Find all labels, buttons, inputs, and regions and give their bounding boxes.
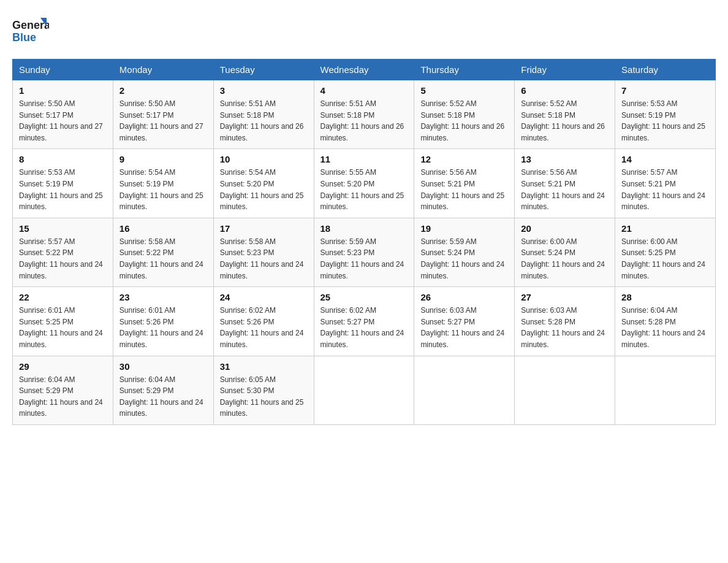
day-info: Sunrise: 5:53 AMSunset: 5:19 PMDaylight:… xyxy=(621,99,705,142)
calendar-day-cell: 27 Sunrise: 6:03 AMSunset: 5:28 PMDaylig… xyxy=(515,287,615,356)
calendar-day-cell: 30 Sunrise: 6:04 AMSunset: 5:29 PMDaylig… xyxy=(113,356,213,424)
day-number: 28 xyxy=(621,292,709,302)
day-number: 1 xyxy=(19,85,107,96)
calendar-day-cell: 21 Sunrise: 6:00 AMSunset: 5:25 PMDaylig… xyxy=(615,218,716,286)
svg-text:Blue: Blue xyxy=(12,31,36,44)
calendar-day-header-tuesday: Tuesday xyxy=(213,59,314,80)
calendar-week-row: 1 Sunrise: 5:50 AMSunset: 5:17 PMDayligh… xyxy=(13,80,716,149)
calendar-day-header-sunday: Sunday xyxy=(13,59,113,80)
day-info: Sunrise: 6:00 AMSunset: 5:24 PMDaylight:… xyxy=(521,237,605,280)
day-info: Sunrise: 5:53 AMSunset: 5:19 PMDaylight:… xyxy=(19,168,103,211)
day-number: 25 xyxy=(320,292,408,302)
day-info: Sunrise: 6:01 AMSunset: 5:25 PMDaylight:… xyxy=(19,306,103,349)
calendar-day-cell: 25 Sunrise: 6:02 AMSunset: 5:27 PMDaylig… xyxy=(314,287,414,356)
calendar-day-cell: 20 Sunrise: 6:00 AMSunset: 5:24 PMDaylig… xyxy=(515,218,615,286)
calendar-day-header-thursday: Thursday xyxy=(414,59,515,80)
calendar-week-row: 8 Sunrise: 5:53 AMSunset: 5:19 PMDayligh… xyxy=(13,149,716,218)
day-info: Sunrise: 6:02 AMSunset: 5:26 PMDaylight:… xyxy=(220,306,304,349)
day-number: 22 xyxy=(19,292,107,302)
day-number: 23 xyxy=(119,292,207,302)
day-info: Sunrise: 5:55 AMSunset: 5:20 PMDaylight:… xyxy=(320,168,404,211)
day-info: Sunrise: 5:58 AMSunset: 5:23 PMDaylight:… xyxy=(220,237,304,280)
calendar-day-cell: 16 Sunrise: 5:58 AMSunset: 5:22 PMDaylig… xyxy=(113,218,213,286)
day-number: 8 xyxy=(19,154,107,164)
calendar-week-row: 15 Sunrise: 5:57 AMSunset: 5:22 PMDaylig… xyxy=(13,218,716,286)
day-number: 2 xyxy=(119,85,207,96)
day-info: Sunrise: 6:03 AMSunset: 5:28 PMDaylight:… xyxy=(521,306,605,349)
day-info: Sunrise: 5:58 AMSunset: 5:22 PMDaylight:… xyxy=(119,237,203,280)
calendar-day-header-monday: Monday xyxy=(113,59,213,80)
day-info: Sunrise: 6:04 AMSunset: 5:29 PMDaylight:… xyxy=(119,375,203,418)
calendar-day-cell xyxy=(615,356,716,424)
day-number: 6 xyxy=(521,85,609,96)
calendar-day-header-wednesday: Wednesday xyxy=(314,59,414,80)
calendar-day-cell xyxy=(515,356,615,424)
calendar-day-cell: 28 Sunrise: 6:04 AMSunset: 5:28 PMDaylig… xyxy=(615,287,716,356)
calendar-day-header-saturday: Saturday xyxy=(615,59,716,80)
calendar-day-cell: 12 Sunrise: 5:56 AMSunset: 5:21 PMDaylig… xyxy=(414,149,515,218)
day-info: Sunrise: 5:54 AMSunset: 5:20 PMDaylight:… xyxy=(220,168,304,211)
day-number: 10 xyxy=(220,154,308,164)
day-info: Sunrise: 5:50 AMSunset: 5:17 PMDaylight:… xyxy=(119,99,203,142)
calendar-day-cell: 13 Sunrise: 5:56 AMSunset: 5:21 PMDaylig… xyxy=(515,149,615,218)
day-info: Sunrise: 6:05 AMSunset: 5:30 PMDaylight:… xyxy=(220,375,304,418)
day-number: 11 xyxy=(320,154,408,164)
calendar-day-cell: 18 Sunrise: 5:59 AMSunset: 5:23 PMDaylig… xyxy=(314,218,414,286)
day-number: 19 xyxy=(420,223,508,234)
day-number: 14 xyxy=(621,154,709,164)
day-info: Sunrise: 6:04 AMSunset: 5:28 PMDaylight:… xyxy=(621,306,705,349)
day-info: Sunrise: 5:56 AMSunset: 5:21 PMDaylight:… xyxy=(521,168,605,211)
calendar-day-cell: 23 Sunrise: 6:01 AMSunset: 5:26 PMDaylig… xyxy=(113,287,213,356)
day-info: Sunrise: 5:57 AMSunset: 5:22 PMDaylight:… xyxy=(19,237,103,280)
day-info: Sunrise: 5:51 AMSunset: 5:18 PMDaylight:… xyxy=(220,99,304,142)
calendar-day-cell: 1 Sunrise: 5:50 AMSunset: 5:17 PMDayligh… xyxy=(13,80,113,149)
day-number: 20 xyxy=(521,223,609,234)
calendar-day-cell: 15 Sunrise: 5:57 AMSunset: 5:22 PMDaylig… xyxy=(13,218,113,286)
calendar-day-cell: 7 Sunrise: 5:53 AMSunset: 5:19 PMDayligh… xyxy=(615,80,716,149)
day-info: Sunrise: 6:04 AMSunset: 5:29 PMDaylight:… xyxy=(19,375,103,418)
day-number: 17 xyxy=(220,223,308,234)
page-header: General Blue xyxy=(12,12,716,49)
day-number: 29 xyxy=(19,361,107,372)
calendar-week-row: 29 Sunrise: 6:04 AMSunset: 5:29 PMDaylig… xyxy=(13,356,716,424)
day-info: Sunrise: 6:00 AMSunset: 5:25 PMDaylight:… xyxy=(621,237,705,280)
calendar-day-cell: 4 Sunrise: 5:51 AMSunset: 5:18 PMDayligh… xyxy=(314,80,414,149)
day-info: Sunrise: 5:59 AMSunset: 5:23 PMDaylight:… xyxy=(320,237,404,280)
calendar-day-cell: 26 Sunrise: 6:03 AMSunset: 5:27 PMDaylig… xyxy=(414,287,515,356)
calendar-day-cell: 19 Sunrise: 5:59 AMSunset: 5:24 PMDaylig… xyxy=(414,218,515,286)
calendar-day-cell: 14 Sunrise: 5:57 AMSunset: 5:21 PMDaylig… xyxy=(615,149,716,218)
logo-icon: General Blue xyxy=(12,12,49,49)
calendar-day-cell: 24 Sunrise: 6:02 AMSunset: 5:26 PMDaylig… xyxy=(213,287,314,356)
day-number: 31 xyxy=(220,361,308,372)
day-number: 13 xyxy=(521,154,609,164)
calendar-day-cell: 3 Sunrise: 5:51 AMSunset: 5:18 PMDayligh… xyxy=(213,80,314,149)
calendar-day-cell: 2 Sunrise: 5:50 AMSunset: 5:17 PMDayligh… xyxy=(113,80,213,149)
day-number: 5 xyxy=(420,85,508,96)
day-info: Sunrise: 5:59 AMSunset: 5:24 PMDaylight:… xyxy=(420,237,504,280)
day-info: Sunrise: 6:01 AMSunset: 5:26 PMDaylight:… xyxy=(119,306,203,349)
calendar-day-cell: 11 Sunrise: 5:55 AMSunset: 5:20 PMDaylig… xyxy=(314,149,414,218)
calendar-day-header-friday: Friday xyxy=(515,59,615,80)
logo: General Blue xyxy=(12,12,51,49)
day-number: 27 xyxy=(521,292,609,302)
calendar-day-cell: 17 Sunrise: 5:58 AMSunset: 5:23 PMDaylig… xyxy=(213,218,314,286)
day-info: Sunrise: 6:02 AMSunset: 5:27 PMDaylight:… xyxy=(320,306,404,349)
day-number: 16 xyxy=(119,223,207,234)
day-info: Sunrise: 5:51 AMSunset: 5:18 PMDaylight:… xyxy=(320,99,404,142)
calendar-day-cell xyxy=(314,356,414,424)
day-info: Sunrise: 5:52 AMSunset: 5:18 PMDaylight:… xyxy=(420,99,504,142)
day-number: 15 xyxy=(19,223,107,234)
calendar-day-cell: 29 Sunrise: 6:04 AMSunset: 5:29 PMDaylig… xyxy=(13,356,113,424)
calendar-day-cell: 5 Sunrise: 5:52 AMSunset: 5:18 PMDayligh… xyxy=(414,80,515,149)
calendar-day-cell: 22 Sunrise: 6:01 AMSunset: 5:25 PMDaylig… xyxy=(13,287,113,356)
day-number: 24 xyxy=(220,292,308,302)
day-info: Sunrise: 5:54 AMSunset: 5:19 PMDaylight:… xyxy=(119,168,203,211)
day-info: Sunrise: 6:03 AMSunset: 5:27 PMDaylight:… xyxy=(420,306,504,349)
day-number: 21 xyxy=(621,223,709,234)
calendar-header-row: SundayMondayTuesdayWednesdayThursdayFrid… xyxy=(13,59,716,80)
day-number: 26 xyxy=(420,292,508,302)
day-number: 4 xyxy=(320,85,408,96)
calendar-day-cell: 10 Sunrise: 5:54 AMSunset: 5:20 PMDaylig… xyxy=(213,149,314,218)
day-number: 9 xyxy=(119,154,207,164)
day-number: 18 xyxy=(320,223,408,234)
